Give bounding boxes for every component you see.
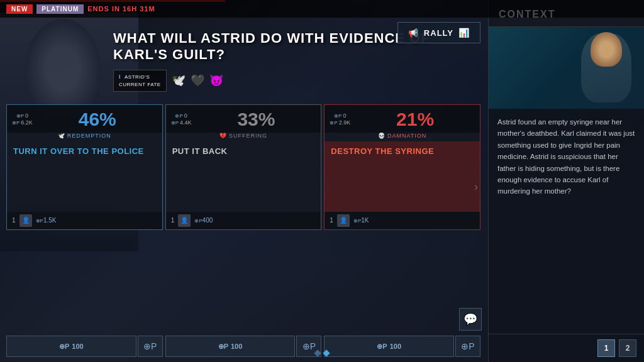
ip-extra-icon-1: ⊕P — [143, 341, 157, 351]
ip-extra-icon-3: ⊕P — [461, 341, 474, 351]
ip-icon-1: ⊕P — [16, 113, 24, 119]
percentage-3: 21% — [355, 109, 475, 130]
voter-ip-2: ⊕P400 — [194, 217, 213, 224]
choice-stats-1: ⊕P 0 ⊕P 6.2K 46% — [7, 105, 162, 133]
voter-ip-3: ⊕P1K — [353, 217, 369, 224]
choice-title-3: DESTROY THE SYRINGE — [325, 141, 480, 161]
context-page-2-button[interactable]: 2 — [619, 339, 636, 357]
badge-new: NEW — [6, 4, 33, 14]
voter-row-1: 1 👤 ⊕P1.5K — [7, 212, 162, 229]
context-navigation: 1 2 — [489, 334, 644, 362]
timer-text: ENDS IN 16H 31M — [87, 5, 155, 13]
percentage-2: 33% — [197, 109, 316, 130]
rally-button[interactable]: 📢 RALLY 📊 — [397, 22, 480, 43]
heart-broken-icon: 🖤 — [191, 74, 204, 87]
pagination — [315, 351, 329, 356]
ip-count-icon-2: ⊕P — [171, 120, 179, 126]
stat-ip-1: ⊕P 0 — [16, 112, 28, 119]
badge-platinum: PLATINUM — [36, 4, 84, 14]
vote-button-2[interactable]: ⊕P 100 — [165, 336, 296, 357]
action-row: ⊕P 100 ⊕P ⊕P 100 ⊕P ⊕P 100 ⊕P — [0, 333, 487, 362]
choice-main-area-3: DESTROY THE SYRINGE 1 👤 ⊕P1K — [325, 141, 480, 229]
pagination-dot-1[interactable] — [314, 349, 321, 356]
context-page-1-button[interactable]: 1 — [597, 339, 615, 357]
voter-avatar-1: 👤 — [19, 214, 32, 227]
devil-icon: 😈 — [209, 74, 223, 87]
voter-count-1: 1 — [12, 217, 16, 224]
fate-label: ASTRID'SCURRENT FATE — [119, 74, 161, 88]
voter-avatar-3: 👤 — [337, 214, 350, 227]
context-image — [489, 27, 644, 109]
choice-card-redemption: ⊕P 0 ⊕P 6.2K 46% 🕊️ REDEMPTION TURN IT O… — [6, 104, 163, 230]
rally-label: RALLY — [424, 28, 453, 38]
ip-vote-icon-1: ⊕P — [59, 343, 69, 351]
vote-button-1[interactable]: ⊕P 100 — [6, 336, 136, 357]
choice-stats-2: ⊕P 0 ⊕P 4.4K 33% — [166, 105, 321, 133]
fate-row: i ASTRID'SCURRENT FATE 🕊️ 🖤 😈 — [113, 70, 474, 92]
skull-align-icon: 💀 — [378, 133, 386, 139]
vote-button-3[interactable]: ⊕P 100 — [324, 336, 454, 357]
extra-button-3[interactable]: ⊕P — [455, 336, 480, 357]
ip-icon-3: ⊕P — [334, 113, 341, 119]
choice-card-damnation: ⊕P 0 ⊕P 2.9K 21% 💀 DAMNATION DESTROY THE… — [324, 104, 480, 230]
choices-container: ⊕P 0 ⊕P 6.2K 46% 🕊️ REDEMPTION TURN IT O… — [0, 98, 487, 333]
stat-group-3: ⊕P 0 ⊕P 2.9K — [330, 112, 350, 126]
choice-main-area-1: TURN IT OVER TO THE POLICE 1 👤 ⊕P1.5K — [7, 141, 162, 229]
chart-icon: 📊 — [458, 28, 470, 38]
stat-group-2: ⊕P 0 ⊕P 4.4K — [171, 112, 192, 126]
chat-icon[interactable]: 💬 — [459, 308, 482, 331]
alignment-label-3: 💀 DAMNATION — [325, 133, 480, 141]
voter-avatar-2: 👤 — [178, 214, 191, 227]
choice-card-suffering: ⊕P 0 ⊕P 4.4K 33% 💔 SUFFERING PUT IT BACK — [165, 104, 322, 230]
main-content: WHAT WILL ASTRID DO WITH EVIDENCE OF KAR… — [0, 18, 487, 362]
action-card-1: ⊕P 100 ⊕P — [6, 336, 163, 357]
context-image-overlay — [489, 27, 644, 109]
ip-count-icon-1: ⊕P — [12, 120, 19, 126]
action-card-2: ⊕P 100 ⊕P — [165, 336, 322, 357]
ip-vote-icon-3: ⊕P — [377, 343, 387, 351]
ip-extra-icon-2: ⊕P — [303, 341, 316, 351]
speech-bubble-icon: 💬 — [464, 312, 477, 326]
fate-info-box: i ASTRID'SCURRENT FATE — [113, 70, 167, 92]
voter-row-3: 1 👤 ⊕P1K — [325, 212, 480, 229]
choice-title-2: PUT IT BACK — [166, 141, 321, 161]
choice-title-1: TURN IT OVER TO THE POLICE — [7, 141, 162, 161]
stat-count-2: ⊕P 4.4K — [171, 119, 192, 126]
voter-ip-1: ⊕P1.5K — [36, 217, 57, 224]
stat-group-1: ⊕P 0 ⊕P 6.2K — [12, 112, 33, 126]
heart-align-icon: 💔 — [219, 133, 227, 139]
ip-vote-icon-2: ⊕P — [218, 343, 228, 351]
info-icon: i — [119, 74, 121, 80]
dove-icon: 🕊️ — [172, 74, 186, 87]
voter-count-3: 1 — [330, 217, 333, 224]
voter-count-2: 1 — [171, 217, 175, 224]
dove-align-icon: 🕊️ — [58, 133, 65, 139]
stat-count-3: ⊕P 2.9K — [330, 119, 350, 126]
context-text: Astrid found an empty syringe near her m… — [489, 109, 644, 334]
alignment-label-2: 💔 SUFFERING — [166, 133, 321, 141]
percentage-1: 46% — [38, 109, 157, 130]
voter-row-2: 1 👤 ⊕P400 — [166, 212, 321, 229]
action-card-3: ⊕P 100 ⊕P — [324, 336, 480, 357]
ip-icon-2: ⊕P — [175, 113, 182, 119]
choice-main-area-2: PUT IT BACK 1 👤 ⊕P400 — [166, 141, 321, 229]
ip-count-icon-3: ⊕P — [330, 120, 337, 126]
megaphone-icon: 📢 — [408, 28, 419, 38]
stat-ip-2: ⊕P 0 — [175, 112, 187, 119]
alignment-label-1: 🕊️ REDEMPTION — [7, 133, 162, 141]
top-bar: NEW PLATINUM ENDS IN 16H 31M — [0, 0, 644, 18]
extra-button-1[interactable]: ⊕P — [138, 336, 163, 357]
choice-stats-3: ⊕P 0 ⊕P 2.9K 21% — [325, 105, 480, 133]
context-panel: CONTEXT Astrid found an empty syringe ne… — [488, 0, 644, 362]
stat-count-1: ⊕P 6.2K — [12, 119, 33, 126]
pagination-dot-2[interactable] — [323, 349, 330, 356]
stat-ip-3: ⊕P 0 — [334, 112, 346, 119]
scroll-indicator: › — [474, 181, 486, 192]
